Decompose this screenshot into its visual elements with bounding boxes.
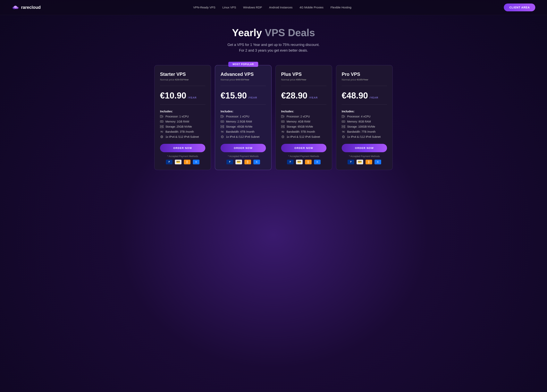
storage-icon bbox=[160, 125, 164, 128]
svg-point-20 bbox=[163, 127, 163, 128]
plan-plus-period: /YEAR bbox=[309, 96, 318, 99]
plan-advanced-normal-price: Normal price €49.50/Year bbox=[220, 78, 266, 81]
feature-bandwidth: Bandwidth: 6TB /month bbox=[220, 130, 266, 133]
plan-starter-price-row: €10.90 /YEAR bbox=[160, 91, 205, 100]
card-icon: 💳 bbox=[356, 160, 363, 164]
svg-rect-61 bbox=[342, 116, 343, 117]
nav-android-instances[interactable]: Android Instances bbox=[269, 6, 293, 9]
plan-plus-order-btn[interactable]: ORDER NOW bbox=[281, 144, 327, 152]
feature-storage: Storage: 65GB NVMe bbox=[281, 125, 327, 128]
pricing-cards: Starter VPS Normal price €29.50/Year €10… bbox=[0, 61, 547, 182]
client-area-button[interactable]: CLIENT AREA bbox=[504, 4, 535, 11]
bandwidth-icon bbox=[342, 130, 345, 133]
plan-starter-period: /YEAR bbox=[188, 96, 197, 99]
hero-subtitle-line1: Get a VPS for 1 Year and get up to 75% r… bbox=[4, 42, 543, 48]
svg-point-72 bbox=[344, 126, 345, 126]
plan-plus-normal-price: Normal price €95/Year bbox=[281, 78, 327, 81]
hero-section: Yearly VPS Deals Get a VPS for 1 Year an… bbox=[0, 15, 547, 61]
network-icon bbox=[281, 135, 285, 138]
paypal-icon: P bbox=[348, 160, 354, 164]
ram-icon bbox=[160, 120, 164, 123]
plan-starter-name: Starter VPS bbox=[160, 71, 205, 77]
plan-starter-payment-icons: P 💳 ₿ 支 bbox=[160, 160, 205, 164]
plan-plus: Plus VPS Normal price €95/Year €28.90 /Y… bbox=[275, 65, 332, 170]
plan-advanced-order-btn[interactable]: ORDER NOW bbox=[220, 144, 266, 152]
svg-rect-48 bbox=[281, 121, 285, 122]
feature-network: 1x IPv4 & /112 IPv6 Subnet bbox=[281, 135, 327, 138]
plan-starter-payment-label: * Accepted Payment Methods bbox=[160, 155, 205, 158]
plan-starter: Starter VPS Normal price €29.50/Year €10… bbox=[154, 65, 211, 170]
plan-pro-price-row: €48.90 /YEAR bbox=[342, 91, 387, 100]
nav-links: VPN-Ready VPS Linux VPS Windows RDP Andr… bbox=[193, 6, 351, 9]
paypal-icon: P bbox=[226, 160, 233, 164]
svg-rect-65 bbox=[342, 121, 345, 122]
svg-rect-26 bbox=[221, 115, 223, 118]
bandwidth-icon bbox=[160, 130, 164, 133]
plan-starter-price: €10.90 bbox=[160, 91, 186, 100]
network-icon bbox=[160, 135, 164, 138]
hero-title: Yearly VPS Deals bbox=[4, 27, 543, 39]
cpu-icon bbox=[342, 115, 345, 118]
svg-rect-43 bbox=[281, 115, 283, 118]
plan-pro-features: Processor: 4 vCPU Memory: 8GB RAM Storag… bbox=[342, 115, 387, 138]
cpu-icon bbox=[220, 115, 224, 118]
network-icon bbox=[220, 135, 224, 138]
feature-bandwidth: Bandwidth: 3TB /month bbox=[160, 130, 205, 133]
hero-subtitle-line2: For 2 and 3 years you get even better de… bbox=[4, 48, 543, 53]
plan-pro-period: /YEAR bbox=[370, 96, 378, 99]
svg-rect-27 bbox=[221, 116, 222, 117]
plan-advanced-period: /YEAR bbox=[248, 96, 257, 99]
plan-pro-normal-price: Normal price €195/Year bbox=[342, 78, 387, 81]
feature-storage: Storage: 25GB NVMe bbox=[160, 125, 205, 128]
feature-ram: Memory: 4GB RAM bbox=[281, 120, 327, 123]
plan-advanced-price-row: €15.90 /YEAR bbox=[220, 91, 266, 100]
cpu-icon bbox=[160, 115, 164, 118]
plan-plus-features: Processor: 2 vCPU Memory: 4GB RAM Storag… bbox=[281, 115, 327, 138]
svg-point-2 bbox=[14, 6, 17, 8]
nav-linux-vps[interactable]: Linux VPS bbox=[222, 6, 236, 9]
plan-advanced-payment-icons: P 💳 ₿ 支 bbox=[220, 160, 266, 164]
ram-icon bbox=[342, 120, 345, 123]
nav-windows-rdp[interactable]: Windows RDP bbox=[243, 6, 262, 9]
feature-cpu: Processor: 1 vCPU bbox=[220, 115, 266, 118]
plan-pro-payment-icons: P 💳 ₿ 支 bbox=[342, 160, 387, 164]
bandwidth-icon bbox=[281, 130, 285, 133]
plan-pro-order-btn[interactable]: ORDER NOW bbox=[342, 144, 387, 152]
svg-point-56 bbox=[284, 127, 284, 128]
nav-vpn-ready-vps[interactable]: VPN-Ready VPS bbox=[193, 6, 215, 9]
svg-point-38 bbox=[223, 126, 224, 126]
feature-network: 1x IPv4 & /112 IPv6 Subnet bbox=[342, 135, 387, 138]
alipay-icon: 支 bbox=[314, 160, 321, 164]
feature-network: 1x IPv4 & /112 IPv6 Subnet bbox=[160, 135, 205, 138]
storage-icon bbox=[342, 125, 345, 128]
feature-cpu: Processor: 4 vCPU bbox=[342, 115, 387, 118]
logo-text: rarecloud bbox=[21, 5, 41, 10]
feature-ram: Memory: 2.5GB RAM bbox=[220, 120, 266, 123]
plan-pro-includes: Includes: bbox=[342, 110, 387, 113]
feature-storage: Storage: 100GB NVMe bbox=[342, 125, 387, 128]
bitcoin-icon: ₿ bbox=[305, 160, 312, 164]
hero-title-part2: VPS Deals bbox=[265, 27, 315, 38]
plan-pro: Pro VPS Normal price €195/Year €48.90 /Y… bbox=[336, 65, 393, 170]
plan-plus-payment-label: * Accepted Payment Methods bbox=[281, 155, 327, 158]
nav-flexible-hosting[interactable]: Flexible Hosting bbox=[331, 6, 351, 9]
plan-pro-payment-label: * Accepted Payment Methods bbox=[342, 155, 387, 158]
most-popular-badge: MOST POPULAR bbox=[228, 62, 258, 67]
plan-starter-order-btn[interactable]: ORDER NOW bbox=[160, 144, 205, 152]
nav-4g-mobile-proxies[interactable]: 4G Mobile Proxies bbox=[300, 6, 323, 9]
svg-rect-44 bbox=[282, 116, 283, 117]
svg-rect-31 bbox=[221, 121, 224, 122]
cpu-icon bbox=[281, 115, 285, 118]
svg-rect-3 bbox=[160, 115, 162, 118]
plan-plus-payment-icons: P 💳 ₿ 支 bbox=[281, 160, 327, 164]
feature-ram: Memory: 8GB RAM bbox=[342, 120, 387, 123]
logo[interactable]: rarecloud bbox=[12, 5, 41, 10]
svg-point-55 bbox=[284, 126, 284, 126]
feature-storage: Storage: 45GB NVMe bbox=[220, 125, 266, 128]
card-icon: 💳 bbox=[296, 160, 303, 164]
svg-point-39 bbox=[223, 127, 224, 128]
bandwidth-icon bbox=[220, 130, 224, 133]
svg-point-19 bbox=[163, 126, 163, 126]
paypal-icon: P bbox=[287, 160, 294, 164]
plan-advanced-includes: Includes: bbox=[220, 110, 266, 113]
